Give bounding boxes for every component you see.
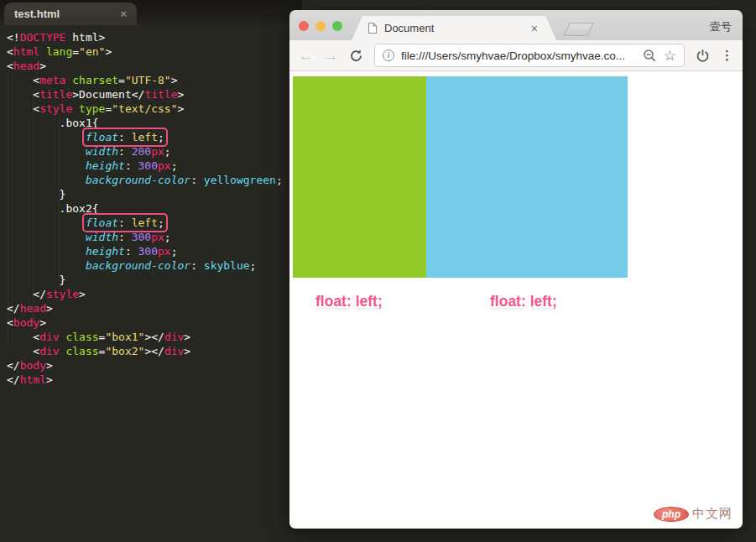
annotation-label-box2: float: left; xyxy=(490,293,557,310)
code-area[interactable]: <!DOCTYPE html><html lang="en"><head> <m… xyxy=(7,30,283,387)
page-info-icon[interactable]: i xyxy=(383,50,394,61)
float-annotation-box: float: left; xyxy=(86,216,164,229)
browser-tab-document[interactable]: Document × xyxy=(352,16,556,40)
traffic-lights xyxy=(299,21,342,31)
close-icon[interactable]: × xyxy=(531,22,538,35)
code-line: <div class="box2"></div> xyxy=(7,344,283,358)
watermark-text: 中文网 xyxy=(692,506,733,522)
annotation-label-box1: float: left; xyxy=(315,293,383,310)
browser-tab-title: Document xyxy=(384,22,524,34)
editor-tab-test-html[interactable]: test.html × xyxy=(4,3,137,25)
code-line: <meta charset="UTF-8"> xyxy=(7,73,283,87)
code-line: </style> xyxy=(7,287,283,301)
code-line: float: left; xyxy=(7,130,283,144)
code-line: <head> xyxy=(7,59,283,73)
code-line: <!DOCTYPE html> xyxy=(7,30,283,44)
browser-menu-icon[interactable]: ⋮ xyxy=(721,48,733,63)
code-line: width: 300px; xyxy=(7,230,283,244)
float-annotation-box: float: left; xyxy=(86,131,164,143)
window-zoom-button[interactable] xyxy=(332,21,342,31)
power-extension-icon[interactable] xyxy=(696,49,710,63)
browser-tab-strip: Document × 壹号 xyxy=(289,10,743,40)
code-line: <style type="text/css"> xyxy=(7,102,283,116)
code-line: </html> xyxy=(7,373,283,387)
code-line: float: left; xyxy=(7,216,283,230)
rendered-box2 xyxy=(426,76,628,278)
php-cn-watermark: php 中文网 xyxy=(654,506,733,522)
code-line: .box1{ xyxy=(7,116,283,130)
url-text[interactable]: file:///Users/smyhvae/Dropbox/smyhvae.co… xyxy=(401,50,636,62)
new-tab-button[interactable] xyxy=(563,23,595,36)
editor-tab-bar: test.html × xyxy=(0,0,302,25)
bookmark-star-icon[interactable]: ☆ xyxy=(664,49,676,63)
code-line: background-color: skyblue; xyxy=(7,258,283,273)
profile-name[interactable]: 壹号 xyxy=(710,19,732,34)
code-line: <div class="box1"></div> xyxy=(7,330,283,344)
code-line: .box2{ xyxy=(7,201,283,216)
reload-icon xyxy=(349,49,363,63)
window-minimize-button[interactable] xyxy=(315,21,326,31)
code-line: width: 200px; xyxy=(7,144,283,159)
editor-tab-title: test.html xyxy=(14,8,120,20)
reload-button[interactable] xyxy=(349,49,363,63)
php-logo: php xyxy=(654,507,689,522)
forward-button[interactable]: → xyxy=(324,49,338,63)
code-line: <body> xyxy=(7,315,283,330)
code-line: <title>Document</title> xyxy=(7,87,283,102)
chrome-browser-window: Document × 壹号 ← → i file:///Users/smyhva… xyxy=(289,10,743,529)
code-line: </head> xyxy=(7,301,283,315)
rendered-box1 xyxy=(293,76,426,278)
close-icon[interactable]: × xyxy=(120,8,127,20)
back-button[interactable]: ← xyxy=(299,49,313,63)
code-line: } xyxy=(7,273,283,287)
code-line: height: 300px; xyxy=(7,244,283,258)
code-line: <html lang="en"> xyxy=(7,44,283,59)
code-line: </body> xyxy=(7,358,283,373)
browser-toolbar: ← → i file:///Users/smyhvae/Dropbox/smyh… xyxy=(289,40,743,71)
page-content: float: left; float: left; php 中文网 xyxy=(289,71,743,529)
code-line: background-color: yellowgreen; xyxy=(7,173,283,187)
zoom-out-icon[interactable] xyxy=(643,49,657,63)
code-line: height: 300px; xyxy=(7,159,283,173)
window-close-button[interactable] xyxy=(299,21,309,31)
code-line: } xyxy=(7,187,283,201)
page-favicon-icon xyxy=(368,22,378,34)
address-bar[interactable]: i file:///Users/smyhvae/Dropbox/smyhvae.… xyxy=(374,44,685,67)
